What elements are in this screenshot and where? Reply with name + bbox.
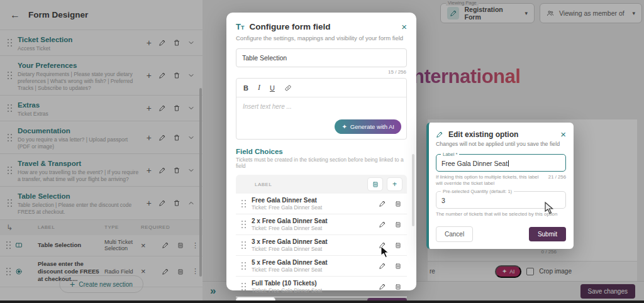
char-count: 21 / 256 (548, 174, 566, 187)
close-icon[interactable]: × (401, 22, 407, 31)
choices-table-header: LABEL + (236, 175, 407, 194)
field-choices-heading: Field Choices (236, 148, 407, 155)
edit-pencil-icon[interactable] (379, 283, 386, 290)
sparkle-icon: ✦ (341, 124, 347, 130)
drag-handle-icon[interactable] (242, 283, 246, 290)
close-icon[interactable]: × (560, 129, 566, 139)
underline-button[interactable]: U (270, 84, 275, 92)
drag-handle-icon[interactable] (242, 241, 246, 249)
cancel-button[interactable]: Cancel (436, 226, 473, 242)
edit-pencil-icon[interactable] (379, 200, 386, 207)
field-label-input[interactable]: Table Selection (236, 48, 407, 67)
option-label-helper: If linking this option to multiple ticke… (436, 174, 543, 187)
delete-trash-icon[interactable] (394, 262, 402, 270)
edit-pencil-icon (436, 131, 443, 138)
text-cursor (508, 160, 509, 167)
text-field-type-icon: TT (236, 22, 244, 31)
add-choice-button[interactable]: + (387, 177, 402, 191)
field-choices-subtitle: Tickets must be created in the ticketing… (236, 157, 407, 169)
drag-handle-icon[interactable] (242, 221, 246, 228)
choice-row[interactable]: 5 x Free Gala Dinner SeatTicket: Free Ga… (236, 256, 407, 277)
modal-subtitle: Configure the settings, mappings and vis… (236, 35, 407, 41)
modal-title: Configure form field (249, 22, 396, 31)
window-bottom-edge (0, 300, 644, 303)
generate-with-ai-button[interactable]: ✦Generate with AI (335, 119, 401, 134)
edit-existing-option-modal: Edit existing option × Changes will not … (426, 123, 574, 249)
char-count: 15 / 256 (388, 69, 406, 75)
mouse-cursor (380, 246, 391, 258)
choice-row[interactable]: Full Table (10 Tickets)Ticket: Free Gala… (236, 277, 407, 297)
mouse-cursor (545, 202, 555, 214)
choice-row[interactable]: 2 x Free Gala Dinner SeatTicket: Free Ga… (236, 214, 407, 235)
modal-scrollbar[interactable] (412, 154, 414, 226)
rich-text-editor: B I U Insert text here ... ✦Generate wit… (236, 78, 407, 140)
delete-trash-icon[interactable] (394, 200, 402, 207)
edit-pencil-icon[interactable] (379, 221, 386, 228)
drag-handle-icon[interactable] (242, 262, 246, 270)
drag-handle-icon[interactable] (242, 200, 246, 207)
bulk-delete-button[interactable] (367, 177, 383, 191)
modal-subtitle: Changes will not be applied until you sa… (436, 141, 566, 147)
bold-button[interactable]: B (243, 84, 248, 92)
quantity-floating-label: Pre-selected Quantity (default: 1) (441, 189, 514, 194)
option-label-input[interactable]: Label * Free Gala Dinner Seat (436, 154, 566, 172)
link-icon[interactable] (284, 84, 292, 92)
italic-button[interactable]: I (258, 83, 260, 92)
delete-trash-icon[interactable] (394, 283, 402, 290)
app-window: nternational 0 / 256 re ✦AI Crop image S… (0, 0, 644, 303)
submit-button[interactable]: Submit (529, 227, 566, 241)
delete-trash-icon[interactable] (394, 241, 402, 249)
editor-toolbar: B I U (236, 79, 406, 97)
option-label-floating-label: Label * (441, 152, 459, 157)
modal-title: Edit existing option (448, 130, 555, 139)
editor-placeholder: Insert text here ... (243, 103, 292, 110)
edit-pencil-icon[interactable] (379, 262, 386, 270)
delete-trash-icon[interactable] (394, 221, 402, 228)
choice-row[interactable]: Free Gala Dinner SeatTicket: Free Gala D… (236, 194, 407, 214)
editor-textarea[interactable]: Insert text here ... ✦Generate with AI (236, 97, 406, 139)
